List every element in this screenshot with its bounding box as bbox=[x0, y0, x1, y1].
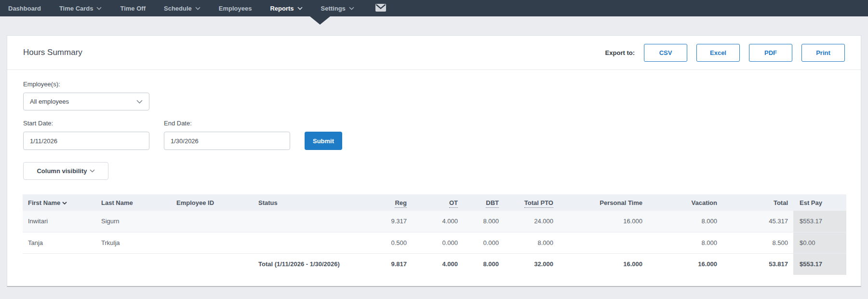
cell-last-name: Sigurn bbox=[96, 211, 171, 232]
col-header-employee-id[interactable]: Employee ID bbox=[171, 194, 253, 211]
end-date-label: End Date: bbox=[164, 120, 290, 127]
card-header: Hours Summary Export to: CSV Excel PDF P… bbox=[7, 36, 861, 70]
cell-first-name: Tanja bbox=[23, 232, 96, 253]
messages-button[interactable] bbox=[375, 4, 386, 13]
total-est-pay: $553.17 bbox=[793, 253, 846, 275]
col-header-first-name[interactable]: First Name bbox=[23, 194, 96, 211]
cell-personal-time bbox=[559, 232, 648, 253]
cell-total: 45.317 bbox=[722, 211, 793, 232]
nav-item-label: Dashboard bbox=[8, 5, 41, 12]
sort-desc-icon bbox=[62, 200, 67, 206]
hours-summary-table: First Name Last Name Employee ID Status … bbox=[23, 194, 845, 275]
export-area: Export to: CSV Excel PDF Print bbox=[605, 44, 845, 62]
chevron-down-icon bbox=[90, 169, 95, 173]
total-dbt: 8.000 bbox=[463, 253, 504, 275]
total-label: Total (1/11/2026 - 1/30/2026) bbox=[253, 253, 337, 275]
cell-vacation: 8.000 bbox=[648, 232, 722, 253]
cell-status bbox=[253, 232, 337, 253]
cell-first-name: Inwitari bbox=[23, 211, 96, 232]
start-date-input[interactable] bbox=[23, 132, 149, 150]
total-personal-time: 16.000 bbox=[559, 253, 648, 275]
cell-total-pto: 24.000 bbox=[504, 211, 559, 232]
nav-item-label: Reports bbox=[270, 5, 294, 12]
cell-empty bbox=[23, 253, 96, 275]
export-pdf-button[interactable]: PDF bbox=[749, 44, 792, 62]
employees-select-value: All employees bbox=[30, 98, 69, 105]
page-title: Hours Summary bbox=[23, 48, 82, 57]
col-header-vacation[interactable]: Vacation bbox=[648, 194, 722, 211]
nav-item-label: Time Off bbox=[120, 5, 146, 12]
table-total-row: Total (1/11/2026 - 1/30/2026) 9.817 4.00… bbox=[23, 253, 846, 275]
cell-status bbox=[253, 211, 337, 232]
start-date-label: Start Date: bbox=[23, 120, 149, 127]
col-header-est-pay[interactable]: Est Pay bbox=[793, 194, 846, 211]
chevron-down-icon bbox=[195, 7, 200, 10]
cell-employee-id bbox=[171, 232, 253, 253]
export-excel-button[interactable]: Excel bbox=[696, 44, 740, 62]
col-header-reg[interactable]: Reg bbox=[337, 194, 412, 211]
total-total-pto: 32.000 bbox=[504, 253, 559, 275]
chevron-down-icon bbox=[349, 7, 354, 10]
export-to-label: Export to: bbox=[605, 49, 635, 56]
nav-item-label: Settings bbox=[321, 5, 346, 12]
employees-label: Employee(s): bbox=[23, 81, 845, 88]
cell-last-name: Trkulja bbox=[96, 232, 171, 253]
col-header-dbt[interactable]: DBT bbox=[463, 194, 504, 211]
chevron-down-icon bbox=[136, 100, 143, 104]
col-header-status[interactable]: Status bbox=[253, 194, 337, 211]
nav-item-dashboard[interactable]: Dashboard bbox=[8, 5, 41, 12]
total-total: 53.817 bbox=[722, 253, 793, 275]
table-row: Inwitari Sigurn 9.317 4.000 8.000 24.000… bbox=[23, 211, 846, 232]
nav-item-time-cards[interactable]: Time Cards bbox=[59, 5, 102, 12]
col-header-ot[interactable]: OT bbox=[412, 194, 463, 211]
cell-total: 8.500 bbox=[722, 232, 793, 253]
nav-item-time-off[interactable]: Time Off bbox=[120, 5, 146, 12]
cell-empty bbox=[171, 253, 253, 275]
nav-item-settings[interactable]: Settings bbox=[321, 5, 354, 12]
cell-empty bbox=[96, 253, 171, 275]
col-header-total[interactable]: Total bbox=[722, 194, 793, 211]
cell-reg: 9.317 bbox=[337, 211, 412, 232]
hours-summary-card: Hours Summary Export to: CSV Excel PDF P… bbox=[7, 35, 861, 287]
export-csv-button[interactable]: CSV bbox=[644, 44, 687, 62]
col-header-personal-time[interactable]: Personal Time bbox=[559, 194, 648, 211]
cell-ot: 4.000 bbox=[412, 211, 463, 232]
filters-section: Employee(s): All employees Start Date: E… bbox=[7, 70, 861, 180]
cell-reg: 0.500 bbox=[337, 232, 412, 253]
nav-item-reports[interactable]: Reports bbox=[270, 5, 302, 12]
cell-est-pay: $0.00 bbox=[793, 232, 846, 253]
cell-employee-id bbox=[171, 211, 253, 232]
employees-select[interactable]: All employees bbox=[23, 93, 149, 110]
submit-button[interactable]: Submit bbox=[305, 132, 342, 150]
export-print-button[interactable]: Print bbox=[801, 44, 845, 62]
envelope-icon bbox=[375, 4, 386, 13]
table-row: Tanja Trkulja 0.500 0.000 0.000 8.000 8.… bbox=[23, 232, 846, 253]
chevron-down-icon bbox=[96, 7, 102, 10]
nav-item-label: Schedule bbox=[164, 5, 192, 12]
total-ot: 4.000 bbox=[412, 253, 463, 275]
date-range-row: Start Date: End Date: Submit bbox=[23, 120, 845, 150]
column-visibility-label: Column visibility bbox=[37, 167, 87, 175]
nav-item-employees[interactable]: Employees bbox=[219, 5, 252, 12]
column-visibility-button[interactable]: Column visibility bbox=[23, 162, 108, 180]
nav-item-label: Time Cards bbox=[59, 5, 93, 12]
nav-item-label: Employees bbox=[219, 5, 252, 12]
col-header-total-pto[interactable]: Total PTO bbox=[504, 194, 559, 211]
cell-ot: 0.000 bbox=[412, 232, 463, 253]
total-vacation: 16.000 bbox=[648, 253, 722, 275]
col-header-last-name[interactable]: Last Name bbox=[96, 194, 171, 211]
total-reg: 9.817 bbox=[337, 253, 412, 275]
active-tab-pointer bbox=[310, 16, 330, 25]
cell-dbt: 8.000 bbox=[463, 211, 504, 232]
table-header-row: First Name Last Name Employee ID Status … bbox=[23, 194, 846, 211]
cell-personal-time: 16.000 bbox=[559, 211, 648, 232]
cell-dbt: 0.000 bbox=[463, 232, 504, 253]
cell-vacation: 8.000 bbox=[648, 211, 722, 232]
end-date-input[interactable] bbox=[164, 132, 290, 150]
nav-item-schedule[interactable]: Schedule bbox=[164, 5, 200, 12]
cell-total-pto: 8.000 bbox=[504, 232, 559, 253]
chevron-down-icon bbox=[297, 7, 303, 10]
cell-est-pay: $553.17 bbox=[793, 211, 846, 232]
top-navbar: Dashboard Time Cards Time Off Schedule E… bbox=[0, 0, 868, 16]
